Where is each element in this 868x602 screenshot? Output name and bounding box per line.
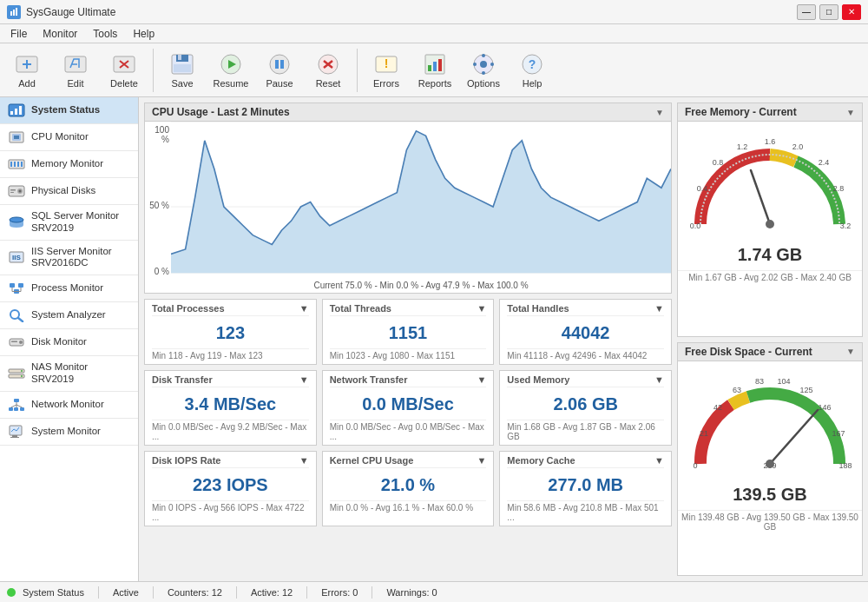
sidebar-item-label: Disk Monitor <box>31 336 87 348</box>
toolbar-sep-1 <box>153 49 154 92</box>
delete-label: Delete <box>110 78 138 89</box>
stat-sub: Min 1.68 GB - Avg 1.87 GB - Max 2.06 GB <box>507 420 664 441</box>
svg-rect-42 <box>10 162 12 167</box>
delete-button[interactable]: Delete <box>102 47 146 94</box>
status-status: System Status <box>7 587 84 598</box>
svg-rect-24 <box>433 62 437 71</box>
menu-tools[interactable]: Tools <box>86 26 124 42</box>
dropdown-arrow[interactable]: ▼ <box>299 455 309 466</box>
status-warnings: Warnings: 0 <box>386 587 437 598</box>
svg-point-29 <box>482 71 485 75</box>
svg-point-110 <box>766 460 774 468</box>
titlebar-controls[interactable]: — □ ✕ <box>797 4 861 20</box>
sidebar-item-label: Process Monitor <box>31 282 103 294</box>
dropdown-arrow[interactable]: ▼ <box>477 455 486 466</box>
help-button[interactable]: ? Help <box>510 47 554 94</box>
resume-button[interactable]: Resume <box>209 47 253 94</box>
dropdown-arrow[interactable]: ▼ <box>299 374 309 385</box>
errors-button[interactable]: ! Errors <box>365 47 408 94</box>
save-button[interactable]: Save <box>161 47 204 94</box>
status-counters: Counters: 12 <box>168 587 222 598</box>
free-disk-gauge-container: 0 21 42 63 83 104 125 146 167 188 209 13… <box>678 361 862 508</box>
sidebar-item-disk-monitor[interactable]: Disk Monitor <box>0 329 138 356</box>
free-disk-sub: Min 139.48 GB - Avg 139.50 GB - Max 139.… <box>678 510 862 533</box>
svg-rect-55 <box>10 283 15 288</box>
sidebar-item-system-status[interactable]: System Status <box>0 97 138 124</box>
sidebar-item-sql-server[interactable]: SQL Server Monitor SRV2019 <box>0 205 138 241</box>
stat-card-kernel-cpu: Kernel CPU Usage ▼ 21.0 % Min 0.0 % - Av… <box>322 451 495 526</box>
maximize-button[interactable]: □ <box>819 4 838 20</box>
sidebar-item-nas-monitor[interactable]: NAS Monitor SRV2019 <box>0 356 138 392</box>
svg-rect-17 <box>275 60 279 69</box>
sidebar-item-cpu-monitor[interactable]: CPU Monitor <box>0 124 138 151</box>
errors-label: Errors <box>373 78 399 89</box>
free-memory-title: Free Memory - Current <box>685 106 797 118</box>
free-memory-arrow[interactable]: ▼ <box>846 108 855 117</box>
dropdown-arrow[interactable]: ▼ <box>654 374 664 385</box>
sidebar: System Status CPU Monitor Memory Monitor… <box>0 97 139 581</box>
toolbar: Add Edit Delete Save Resume Pause <box>0 43 868 97</box>
edit-button[interactable]: Edit <box>54 47 97 94</box>
cpu-chart-svg <box>171 122 671 292</box>
reset-icon <box>315 52 341 76</box>
sidebar-item-network-monitor[interactable]: Network Monitor <box>0 392 138 419</box>
svg-text:104: 104 <box>777 377 790 386</box>
dropdown-arrow[interactable]: ▼ <box>299 303 309 314</box>
cpu-chart-title: CPU Usage - Last 2 Minutes <box>152 106 290 118</box>
stat-card-disk-iops: Disk IOPS Rate ▼ 223 IOPS Min 0 IOPS - A… <box>144 451 317 526</box>
svg-rect-72 <box>9 407 13 411</box>
sidebar-item-iis-server[interactable]: IIS IIS Server Monitor SRV2016DC <box>0 241 138 276</box>
status-errors: Errors: 0 <box>321 587 358 598</box>
svg-rect-25 <box>438 59 442 71</box>
sidebar-item-system-monitor[interactable]: System Monitor <box>0 419 138 446</box>
menu-monitor[interactable]: Monitor <box>36 26 84 42</box>
stat-sub: Min 0.0 MB/Sec - Avg 0.0 MB/Sec - Max ..… <box>330 420 487 441</box>
dropdown-arrow[interactable]: ▼ <box>477 303 486 314</box>
menu-file[interactable]: File <box>3 26 34 42</box>
dropdown-arrow[interactable]: ▼ <box>654 303 664 314</box>
options-button[interactable]: Options <box>462 47 505 94</box>
y-axis: 100 % 50 % 0 % <box>145 122 171 292</box>
sidebar-item-memory-monitor[interactable]: Memory Monitor <box>0 151 138 178</box>
reports-icon <box>422 52 448 76</box>
close-button[interactable]: ✕ <box>842 4 861 20</box>
options-label: Options <box>467 78 500 89</box>
system-monitor-icon <box>7 424 26 440</box>
pause-icon <box>266 52 293 76</box>
svg-rect-2 <box>13 10 15 16</box>
physical-disks-icon <box>7 183 26 199</box>
sidebar-item-process-monitor[interactable]: Process Monitor <box>0 275 138 302</box>
add-button[interactable]: Add <box>5 47 49 94</box>
pause-label: Pause <box>266 78 293 89</box>
svg-text:0: 0 <box>693 461 697 470</box>
status-sep-1 <box>98 586 99 599</box>
svg-text:2.0: 2.0 <box>792 142 804 151</box>
free-disk-arrow[interactable]: ▼ <box>846 347 855 356</box>
free-disk-gauge-svg: 0 21 42 63 83 104 125 146 167 188 209 <box>683 368 857 481</box>
svg-rect-43 <box>14 162 16 167</box>
svg-rect-45 <box>21 162 23 167</box>
stat-grid-row2: Disk Transfer ▼ 3.4 MB/Sec Min 0.0 MB/Se… <box>144 370 672 446</box>
status-dot <box>7 588 16 597</box>
svg-rect-1 <box>10 11 12 16</box>
status-sep-5 <box>372 586 372 599</box>
right-panel: Free Memory - Current ▼ 0.0 0.4 0.8 <box>677 97 868 581</box>
stat-sub: Min 58.6 MB - Avg 210.8 MB - Max 501 ... <box>507 500 664 522</box>
svg-rect-36 <box>15 109 17 115</box>
menu-help[interactable]: Help <box>126 26 161 42</box>
free-disk-gauge-panel: Free Disk Space - Current ▼ 0 21 42 63 8… <box>677 342 863 577</box>
minimize-button[interactable]: — <box>797 4 816 20</box>
svg-text:125: 125 <box>799 386 812 394</box>
reports-button[interactable]: Reports <box>413 47 457 94</box>
svg-text:1.2: 1.2 <box>737 142 748 151</box>
reset-button[interactable]: Reset <box>306 47 350 94</box>
sidebar-item-physical-disks[interactable]: Physical Disks <box>0 178 138 205</box>
svg-rect-66 <box>11 341 17 343</box>
cpu-chart-arrow[interactable]: ▼ <box>655 108 664 117</box>
dropdown-arrow[interactable]: ▼ <box>477 374 486 385</box>
pause-button[interactable]: Pause <box>258 47 301 94</box>
dropdown-arrow[interactable]: ▼ <box>654 455 664 466</box>
stat-value: 44042 <box>507 320 664 347</box>
stat-sub: Min 0.0 % - Avg 16.1 % - Max 60.0 % <box>330 500 487 513</box>
sidebar-item-system-analyzer[interactable]: System Analyzer <box>0 302 138 329</box>
